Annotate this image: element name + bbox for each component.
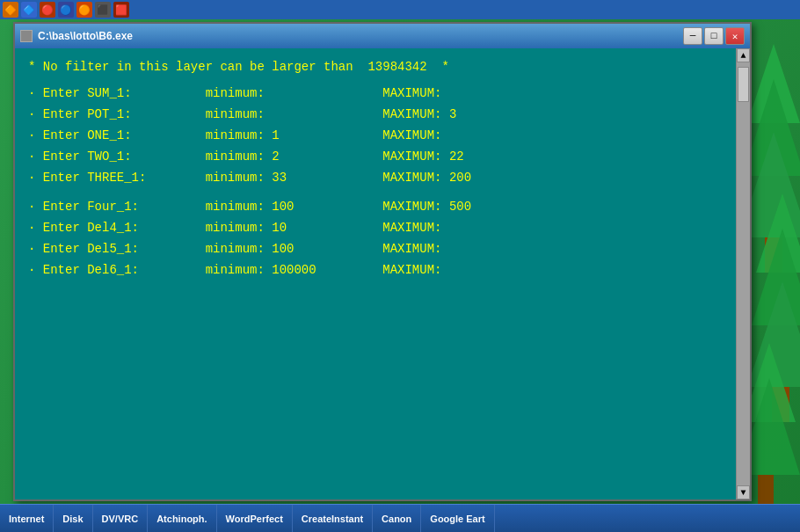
entry-line: · Enter ONE_1: minimum: 1 MAXIMUM:: [28, 126, 723, 147]
taskbar-item[interactable]: WordPerfect: [217, 505, 293, 532]
taskbar-item[interactable]: CreateInstant: [293, 505, 373, 532]
icon-7[interactable]: 🟥: [113, 2, 129, 18]
entry-line: · Enter Four_1: minimum: 100 MAXIMUM: 50…: [28, 197, 723, 218]
taskbar-item[interactable]: Google Eart: [421, 505, 494, 532]
entry-line: · Enter Del4_1: minimum: 10 MAXIMUM:: [28, 218, 723, 239]
icon-2[interactable]: 🔷: [21, 2, 37, 18]
filter-header: * No filter in this layer can be larger …: [28, 57, 723, 77]
entry-line: · Enter Del5_1: minimum: 100 MAXIMUM:: [28, 239, 723, 260]
window-titlebar: C:\bas\lotto\B6.exe ─ □ ✕: [15, 24, 750, 48]
minimize-button[interactable]: ─: [683, 27, 702, 45]
blank-line: [28, 188, 723, 197]
taskbar-item[interactable]: Atchinoph.: [148, 505, 216, 532]
taskbar: InternetDiskDV/VRCAtchinoph.WordPerfectC…: [0, 504, 800, 532]
entry-line: · Enter TWO_1: minimum: 2 MAXIMUM: 22: [28, 147, 723, 168]
icon-4[interactable]: 🔵: [58, 2, 74, 18]
taskbar-item[interactable]: Internet: [0, 505, 54, 532]
console-body: * No filter in this layer can be larger …: [15, 48, 750, 499]
scrollbar-track[interactable]: [737, 62, 750, 485]
console-output: * No filter in this layer can be larger …: [15, 48, 736, 499]
close-button[interactable]: ✕: [725, 27, 745, 45]
icon-3[interactable]: 🔴: [40, 2, 55, 18]
window-icon: [20, 30, 33, 42]
console-entries: · Enter SUM_1: minimum: MAXIMUM:· Enter …: [28, 84, 723, 281]
scrollbar[interactable]: ▲ ▼: [736, 48, 750, 499]
titlebar-buttons: ─ □ ✕: [683, 27, 745, 45]
entry-line: · Enter Del6_1: minimum: 100000 MAXIMUM:: [28, 260, 723, 281]
taskbar-item[interactable]: DV/VRC: [93, 505, 149, 532]
scroll-up-arrow[interactable]: ▲: [737, 48, 750, 62]
window-title: C:\bas\lotto\B6.exe: [38, 30, 683, 42]
entry-line: · Enter SUM_1: minimum: MAXIMUM:: [28, 84, 723, 105]
taskbar-item[interactable]: Disk: [54, 505, 92, 532]
maximize-button[interactable]: □: [704, 27, 724, 45]
icon-5[interactable]: 🟠: [76, 2, 92, 18]
console-window: C:\bas\lotto\B6.exe ─ □ ✕ * No filter in…: [13, 22, 752, 501]
scroll-down-arrow[interactable]: ▼: [737, 485, 750, 499]
svg-rect-10: [758, 475, 774, 506]
taskbar-items: InternetDiskDV/VRCAtchinoph.WordPerfectC…: [0, 505, 495, 532]
start-icon[interactable]: 🔶: [3, 2, 18, 18]
icon-6[interactable]: ⬛: [95, 2, 111, 18]
entry-line: · Enter POT_1: minimum: MAXIMUM: 3: [28, 105, 723, 126]
top-icon-bar: 🔶 🔷 🔴 🔵 🟠 ⬛ 🟥: [0, 0, 800, 19]
taskbar-item[interactable]: Canon: [373, 505, 421, 532]
entry-line: · Enter THREE_1: minimum: 33 MAXIMUM: 20…: [28, 168, 723, 189]
scrollbar-thumb[interactable]: [738, 67, 749, 102]
